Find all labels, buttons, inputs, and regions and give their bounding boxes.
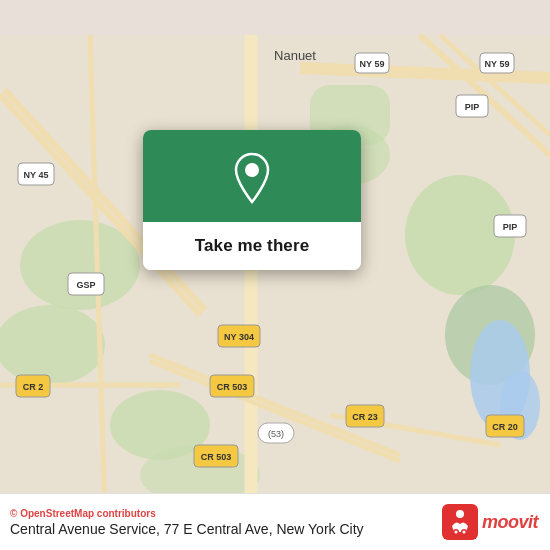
svg-text:CR 503: CR 503: [201, 452, 232, 462]
bottom-bar: © OpenStreetMap contributors Central Ave…: [0, 493, 550, 550]
svg-text:CR 23: CR 23: [352, 412, 378, 422]
openstreetmap-label: OpenStreetMap contributors: [20, 508, 156, 519]
copyright-symbol: ©: [10, 508, 20, 519]
svg-text:CR 2: CR 2: [23, 382, 44, 392]
svg-point-57: [462, 531, 465, 534]
address-text: Central Avenue Service, 77 E Central Ave…: [10, 521, 364, 537]
svg-text:NY 59: NY 59: [360, 59, 385, 69]
svg-text:GSP: GSP: [76, 280, 95, 290]
bottom-left-info: © OpenStreetMap contributors Central Ave…: [10, 508, 364, 537]
svg-rect-52: [442, 504, 478, 540]
svg-text:Nanuet: Nanuet: [274, 48, 316, 63]
svg-text:NY 59: NY 59: [485, 59, 510, 69]
svg-text:(53): (53): [268, 429, 284, 439]
svg-point-56: [454, 531, 457, 534]
moovit-brand-icon: [442, 504, 478, 540]
svg-text:CR 20: CR 20: [492, 422, 518, 432]
map-container: NY 45 NY 59 NY 59 GSP NY 304 CR 503 CR 5…: [0, 0, 550, 550]
svg-text:PIP: PIP: [465, 102, 480, 112]
svg-text:NY 304: NY 304: [224, 332, 254, 342]
moovit-logo: moovit: [442, 504, 538, 540]
svg-point-53: [456, 510, 464, 518]
svg-text:NY 45: NY 45: [24, 170, 49, 180]
moovit-text: moovit: [482, 512, 538, 533]
popup-header: [143, 130, 361, 222]
take-me-there-button[interactable]: Take me there: [143, 222, 361, 270]
popup-card: Take me there: [143, 130, 361, 270]
map-background: NY 45 NY 59 NY 59 GSP NY 304 CR 503 CR 5…: [0, 0, 550, 550]
svg-point-51: [245, 163, 259, 177]
map-pin-icon: [230, 152, 274, 204]
svg-point-2: [0, 305, 105, 385]
svg-text:CR 503: CR 503: [217, 382, 248, 392]
svg-text:PIP: PIP: [503, 222, 518, 232]
copyright-text: © OpenStreetMap contributors: [10, 508, 364, 519]
